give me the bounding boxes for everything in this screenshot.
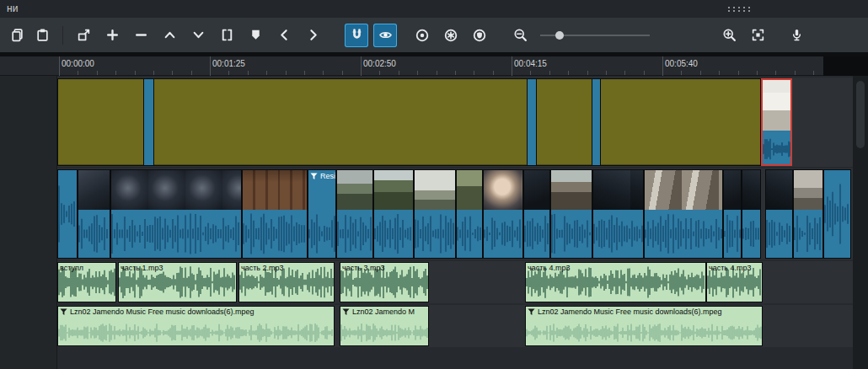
lift-button[interactable] bbox=[158, 24, 181, 47]
audio-clip[interactable]: Lzn02 Jamendo Music Free music downloads… bbox=[57, 306, 335, 346]
ruler-minor-tick bbox=[795, 71, 796, 75]
clip-waveform bbox=[78, 210, 110, 258]
previous-marker-button[interactable] bbox=[272, 24, 296, 47]
clip-waveform bbox=[111, 210, 241, 258]
audio-clip[interactable]: часть 1.mp3 bbox=[118, 262, 237, 302]
timeline-ruler[interactable]: 00:00:0000:01:2500:02:5000:04:1500:05:40 bbox=[0, 56, 868, 76]
audio-clip[interactable]: Lzn02 Jamendo M bbox=[340, 306, 429, 346]
audio-track-2[interactable]: Lzn02 Jamendo Music Free music downloads… bbox=[57, 305, 853, 347]
video-clip[interactable] bbox=[483, 169, 523, 259]
ruler-timecode: 00:00:00 bbox=[62, 59, 94, 68]
audio-clip[interactable]: Lzn02 Jamendo Music Free music downloads… bbox=[525, 306, 763, 346]
video-clip-fragment[interactable] bbox=[592, 78, 601, 166]
video-clip[interactable] bbox=[336, 169, 373, 259]
ripple-all-tracks-toggle[interactable] bbox=[439, 24, 463, 47]
video-clip[interactable] bbox=[414, 169, 456, 259]
clip-wave-area bbox=[337, 210, 372, 258]
video-track-2[interactable] bbox=[57, 78, 853, 167]
overwrite-button[interactable] bbox=[186, 24, 210, 47]
ruler-minor-tick bbox=[361, 71, 362, 75]
ruler-minor-tick bbox=[493, 71, 494, 75]
add-button[interactable] bbox=[100, 24, 124, 47]
video-clip[interactable] bbox=[644, 169, 723, 259]
remove-button[interactable] bbox=[129, 24, 153, 47]
video-clip[interactable] bbox=[456, 169, 483, 259]
snap-toggle[interactable] bbox=[345, 24, 368, 47]
ruler-end-filler bbox=[823, 56, 868, 76]
ripple-toggle[interactable] bbox=[410, 24, 434, 47]
ruler-minor-tick bbox=[775, 71, 776, 75]
video-clip[interactable] bbox=[57, 169, 78, 259]
ruler-minor-tick bbox=[606, 71, 607, 75]
zoom-slider-handle[interactable] bbox=[555, 31, 564, 40]
audio-track-1[interactable]: вступлчасть 1.mp3часть 2.mp3часть 3.mp3ч… bbox=[57, 261, 853, 303]
audio-clip[interactable]: часть 3.mp3 bbox=[340, 262, 429, 302]
paste-button[interactable] bbox=[30, 24, 54, 47]
video-clip[interactable] bbox=[765, 169, 793, 259]
clip-wave-area bbox=[415, 210, 455, 258]
vertical-scrollbar-thumb[interactable] bbox=[856, 81, 865, 148]
vertical-scroll-area[interactable] bbox=[853, 76, 868, 369]
clip-wave-area bbox=[742, 210, 760, 258]
video-clip-fragment[interactable] bbox=[527, 78, 537, 166]
video-clip[interactable] bbox=[742, 169, 761, 259]
marker-button[interactable] bbox=[244, 24, 267, 47]
clip-label: Lzn02 Jamendo Music Free music downloads… bbox=[528, 308, 722, 316]
clip-thumbnail bbox=[763, 80, 790, 131]
clip-waveform bbox=[308, 210, 335, 258]
next-marker-button[interactable] bbox=[301, 24, 324, 47]
audio-clip[interactable]: вступл bbox=[57, 262, 116, 302]
ruler-minor-tick bbox=[644, 71, 645, 75]
clip-thumbnail bbox=[794, 170, 822, 210]
clip-waveform bbox=[243, 210, 307, 258]
ruler-minor-tick bbox=[286, 71, 287, 75]
clip-thumbnail bbox=[78, 170, 110, 210]
video-clip[interactable] bbox=[550, 169, 592, 259]
audio-clip[interactable]: часть 4.mp3 bbox=[706, 262, 763, 302]
video-clip-olive[interactable] bbox=[57, 78, 761, 166]
clip-waveform bbox=[645, 210, 722, 258]
video-clip[interactable] bbox=[592, 169, 644, 259]
zoom-in-button[interactable] bbox=[717, 24, 741, 47]
clip-thumbnail bbox=[243, 170, 307, 210]
record-audio-button[interactable] bbox=[785, 24, 808, 47]
clip-waveform bbox=[484, 210, 522, 258]
video-clip[interactable] bbox=[523, 169, 550, 259]
video-clip[interactable]: Resid bbox=[308, 169, 336, 259]
clip-label: Lzn02 Jamendo M bbox=[342, 308, 415, 316]
ripple-markers-toggle[interactable] bbox=[468, 24, 491, 47]
ruler-minor-tick bbox=[266, 71, 267, 75]
video-track-1[interactable]: Resid bbox=[57, 168, 853, 259]
timeline-tracks-area: Resid вступлчасть 1.mp3часть 2.mp3часть … bbox=[0, 76, 868, 369]
panel-titlebar: ни bbox=[0, 0, 868, 18]
dock-drag-handle[interactable] bbox=[726, 6, 752, 13]
clip-waveform bbox=[526, 320, 762, 345]
clip-waveform bbox=[824, 170, 850, 258]
track-headers-gutter bbox=[0, 76, 57, 369]
video-clip[interactable] bbox=[723, 169, 742, 259]
zoom-slider[interactable] bbox=[540, 24, 650, 47]
clip-wave-area bbox=[593, 210, 643, 258]
split-button[interactable] bbox=[215, 24, 238, 47]
clip-waveform bbox=[457, 210, 482, 258]
video-clip[interactable] bbox=[110, 169, 242, 259]
ruler-minor-tick bbox=[813, 71, 814, 75]
selected-video-clip[interactable] bbox=[761, 78, 792, 166]
zoom-out-button[interactable] bbox=[508, 24, 532, 47]
video-clip[interactable] bbox=[793, 169, 823, 259]
ruler-minor-tick bbox=[437, 71, 437, 75]
video-clip[interactable] bbox=[78, 169, 110, 259]
filter-funnel-icon bbox=[310, 173, 318, 180]
timeline-viewport[interactable]: Resid вступлчасть 1.mp3часть 2.mp3часть … bbox=[57, 76, 853, 369]
video-clip[interactable] bbox=[823, 169, 851, 259]
append-button[interactable] bbox=[72, 24, 95, 47]
clip-waveform bbox=[524, 210, 549, 258]
video-clip[interactable] bbox=[242, 169, 308, 259]
zoom-fit-button[interactable] bbox=[746, 24, 769, 47]
video-clip[interactable] bbox=[373, 169, 414, 259]
audio-clip[interactable]: часть 4.mp3 bbox=[525, 262, 706, 302]
video-clip-fragment[interactable] bbox=[143, 78, 154, 166]
scrub-while-dragging-toggle[interactable] bbox=[373, 24, 397, 47]
copy-button[interactable] bbox=[5, 24, 29, 47]
audio-clip[interactable]: часть 2.mp3 bbox=[238, 262, 335, 302]
